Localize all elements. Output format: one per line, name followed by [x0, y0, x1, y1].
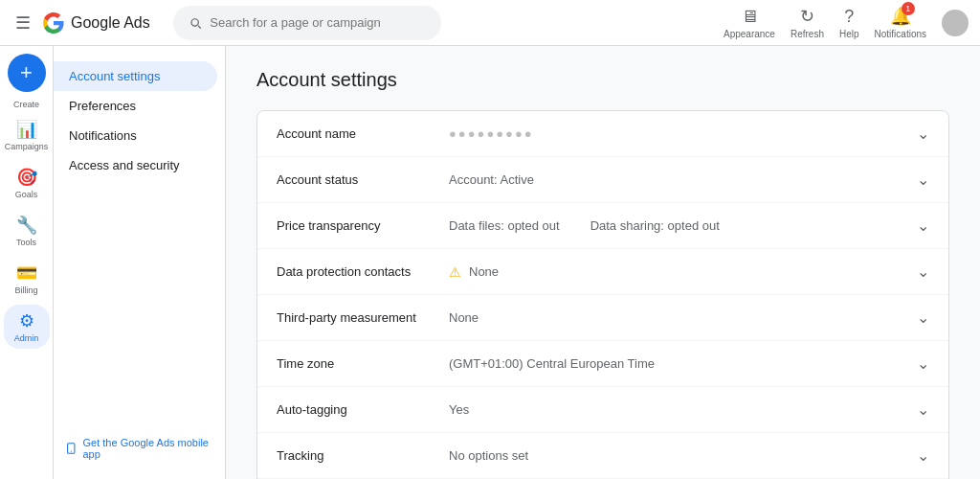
- billing-icon: 💳: [16, 262, 37, 284]
- label-account-name: Account name: [277, 126, 449, 141]
- help-icon: ?: [844, 7, 854, 27]
- settings-section-main: Account name ●●●●●●●●● ⌄ Account status …: [256, 110, 949, 479]
- appearance-icon: 🖥: [741, 7, 758, 27]
- chevron-data-protection: ⌄: [917, 262, 929, 281]
- google-logo-icon: [42, 11, 65, 34]
- label-auto-tagging: Auto-tagging: [277, 402, 449, 417]
- value-data-protection: ⚠ None: [449, 264, 917, 280]
- notifications-button[interactable]: 🔔 1 Notifications: [875, 6, 926, 39]
- row-account-name[interactable]: Account name ●●●●●●●●● ⌄: [257, 111, 948, 157]
- nav-preferences[interactable]: Preferences: [54, 91, 217, 121]
- notification-badge: 1: [902, 2, 915, 15]
- chevron-auto-tagging: ⌄: [917, 400, 929, 419]
- mobile-app-label: Get the Google Ads mobile app: [83, 437, 214, 460]
- label-price-transparency: Price transparency: [277, 218, 449, 233]
- sidebar-item-admin[interactable]: ⚙ Admin: [4, 305, 50, 349]
- campaigns-label: Campaigns: [5, 142, 49, 151]
- chevron-account-name: ⌄: [917, 125, 929, 143]
- create-button[interactable]: +: [8, 54, 46, 92]
- create-icon: +: [20, 62, 33, 83]
- tools-label: Tools: [16, 238, 36, 247]
- row-third-party[interactable]: Third-party measurement None ⌄: [257, 295, 948, 341]
- campaigns-icon: 📊: [16, 119, 37, 140]
- row-data-protection[interactable]: Data protection contacts ⚠ None ⌄: [257, 249, 948, 295]
- row-tracking[interactable]: Tracking No options set ⌄: [257, 433, 948, 479]
- chevron-third-party: ⌄: [917, 308, 929, 327]
- warning-icon: ⚠: [449, 264, 461, 280]
- notifications-icon: 🔔 1: [890, 6, 911, 27]
- tools-icon: 🔧: [16, 215, 37, 236]
- sidebar-item-campaigns[interactable]: 📊 Campaigns: [4, 113, 50, 157]
- page-title: Account settings: [256, 69, 949, 91]
- chevron-price-transparency: ⌄: [917, 217, 929, 235]
- row-time-zone[interactable]: Time zone (GMT+01:00) Central European T…: [257, 341, 948, 387]
- value-time-zone: (GMT+01:00) Central European Time: [449, 356, 917, 371]
- refresh-button[interactable]: ↻ Refresh: [791, 6, 824, 39]
- search-icon: [189, 15, 203, 31]
- search-input[interactable]: [210, 15, 425, 30]
- billing-label: Billing: [14, 285, 37, 295]
- nav-account-settings[interactable]: Account settings: [54, 61, 217, 91]
- sidebar-item-billing[interactable]: 💳 Billing: [4, 257, 50, 301]
- label-data-protection: Data protection contacts: [277, 264, 449, 279]
- main-content: Account settings Account name ●●●●●●●●● …: [226, 46, 980, 479]
- topbar: ☰ Google Ads 🖥 Appearance ↻ Refresh ?: [0, 0, 980, 46]
- create-label: Create: [13, 100, 39, 109]
- row-auto-tagging[interactable]: Auto-tagging Yes ⌄: [257, 387, 948, 433]
- mobile-icon: [65, 442, 78, 455]
- admin-label: Admin: [14, 333, 39, 343]
- nav-access-security[interactable]: Access and security: [54, 150, 217, 180]
- sidebar-item-goals[interactable]: 🎯 Goals: [4, 161, 50, 205]
- refresh-icon: ↻: [800, 6, 814, 27]
- nav-notifications[interactable]: Notifications: [54, 121, 217, 150]
- chevron-time-zone: ⌄: [917, 354, 929, 373]
- help-button[interactable]: ? Help: [839, 7, 859, 39]
- app-name: Google Ads: [71, 14, 150, 32]
- admin-icon: ⚙: [19, 310, 34, 331]
- label-tracking: Tracking: [277, 448, 449, 463]
- menu-icon[interactable]: ☰: [11, 9, 34, 37]
- label-third-party: Third-party measurement: [277, 310, 449, 325]
- value-tracking: No options set: [449, 448, 917, 463]
- sidebar: + Create 📊 Campaigns 🎯 Goals 🔧 Tools 💳 B…: [0, 46, 54, 479]
- label-account-status: Account status: [277, 172, 449, 187]
- svg-rect-0: [68, 444, 75, 453]
- chevron-tracking: ⌄: [917, 446, 929, 465]
- goals-label: Goals: [15, 190, 38, 199]
- chevron-account-status: ⌄: [917, 171, 929, 189]
- row-account-status[interactable]: Account status Account: Active ⌄: [257, 157, 948, 203]
- value-price-transparency: Data files: opted out Data sharing: opte…: [449, 218, 917, 233]
- value-account-status: Account: Active: [449, 172, 917, 187]
- appearance-button[interactable]: 🖥 Appearance: [724, 7, 775, 39]
- google-ads-logo: Google Ads: [42, 11, 150, 34]
- topbar-left: ☰ Google Ads: [11, 6, 441, 40]
- value-auto-tagging: Yes: [449, 402, 917, 417]
- search-bar[interactable]: [173, 6, 441, 40]
- goals-icon: 🎯: [16, 167, 37, 188]
- mobile-app-link[interactable]: Get the Google Ads mobile app: [54, 429, 225, 468]
- sidebar-item-tools[interactable]: 🔧 Tools: [4, 209, 50, 253]
- user-avatar[interactable]: [942, 10, 969, 36]
- value-account-name: ●●●●●●●●●: [449, 126, 917, 141]
- row-price-transparency[interactable]: Price transparency Data files: opted out…: [257, 203, 948, 249]
- secondary-nav: Account settings Preferences Notificatio…: [54, 46, 226, 479]
- topbar-right: 🖥 Appearance ↻ Refresh ? Help 🔔 1 Notifi…: [724, 6, 969, 39]
- label-time-zone: Time zone: [277, 356, 449, 371]
- value-third-party: None: [449, 310, 917, 325]
